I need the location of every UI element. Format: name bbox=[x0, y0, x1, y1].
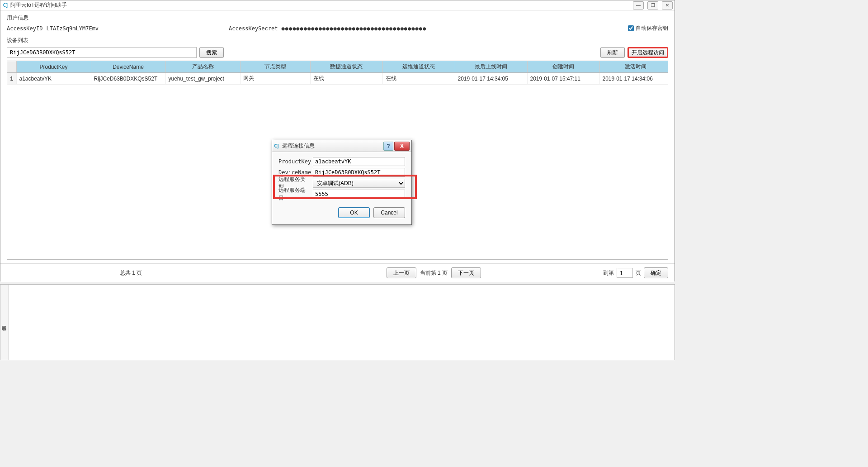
log-gutter-label: 诊断结果日志 bbox=[0, 285, 9, 360]
ok-button[interactable]: OK bbox=[338, 207, 370, 218]
pager-total: 总共 1 页 bbox=[120, 269, 142, 277]
device-toolbar: 搜索 刷新 开启远程访问 bbox=[7, 47, 668, 58]
auto-save-label: 自动保存密钥 bbox=[636, 24, 668, 32]
table-header-row: ProductKey DeviceName 产品名称 节点类型 数据通道状态 运… bbox=[7, 61, 668, 73]
next-page-button[interactable]: 下一页 bbox=[451, 267, 481, 278]
app-icon: C] bbox=[2, 2, 9, 9]
dialog-help-button[interactable]: ? bbox=[383, 142, 393, 151]
main-window: C] 阿里云IoT远程访问助手 — ❐ ✕ 用户信息 AccessKeyID L… bbox=[0, 0, 675, 281]
dlg-servicetype-select[interactable]: 安卓调试(ADB) bbox=[313, 179, 405, 188]
access-key-id-label: AccessKeyID bbox=[7, 25, 42, 32]
header-created[interactable]: 创建时间 bbox=[527, 61, 599, 73]
remote-connect-dialog: C] 远程连接信息 ? X ProductKey DeviceName 远程服务… bbox=[272, 140, 412, 225]
goto-confirm-button[interactable]: 确定 bbox=[644, 267, 668, 278]
cancel-button[interactable]: Cancel bbox=[373, 207, 405, 218]
dialog-title-bar[interactable]: C] 远程连接信息 ? X bbox=[272, 140, 411, 152]
header-datachannel[interactable]: 数据通道状态 bbox=[310, 61, 382, 73]
table-cell: 2019-01-07 15:47:11 bbox=[527, 73, 599, 85]
header-nodetype[interactable]: 节点类型 bbox=[240, 61, 310, 73]
dlg-devicename-input[interactable] bbox=[313, 168, 405, 177]
dialog-title: 远程连接信息 bbox=[282, 142, 383, 150]
user-info-label: 用户信息 bbox=[7, 14, 668, 22]
device-table: ProductKey DeviceName 产品名称 节点类型 数据通道状态 运… bbox=[7, 61, 668, 85]
header-productkey[interactable]: ProductKey bbox=[16, 61, 91, 73]
dialog-close-button[interactable]: X bbox=[394, 142, 410, 151]
refresh-button[interactable]: 刷新 bbox=[600, 47, 625, 58]
maximize-button[interactable]: ❐ bbox=[647, 1, 658, 10]
table-cell: 网关 bbox=[240, 73, 310, 85]
table-cell: 在线 bbox=[382, 73, 455, 85]
row-number: 1 bbox=[7, 73, 16, 85]
access-key-secret-label: AccessKeySecret bbox=[229, 25, 278, 32]
dlg-devicename-label: DeviceName bbox=[278, 169, 310, 176]
goto-suffix: 页 bbox=[636, 269, 641, 277]
search-button[interactable]: 搜索 bbox=[199, 47, 224, 58]
access-key-id-value: LTAIzSq9mLYM7Emv bbox=[46, 25, 99, 32]
close-button[interactable]: ✕ bbox=[662, 1, 673, 10]
pager-current: 当前第 1 页 bbox=[420, 269, 448, 277]
header-activated[interactable]: 激活时间 bbox=[599, 61, 668, 73]
dlg-serviceport-label: 远程服务端口 bbox=[278, 186, 310, 202]
header-devicename[interactable]: DeviceName bbox=[91, 61, 165, 73]
device-list-label: 设备列表 bbox=[7, 37, 668, 44]
title-bar: C] 阿里云IoT远程访问助手 — ❐ ✕ bbox=[0, 0, 675, 10]
prev-page-button[interactable]: 上一页 bbox=[387, 267, 416, 278]
table-cell: a1acbeatvYK bbox=[16, 73, 91, 85]
table-row[interactable]: 1a1acbeatvYKRijJCeD63B0DXKQsS52Tyuehu_te… bbox=[7, 73, 668, 85]
dlg-productkey-input[interactable] bbox=[313, 157, 405, 166]
auto-save-checkbox[interactable] bbox=[628, 25, 634, 31]
search-input[interactable] bbox=[7, 47, 197, 58]
dlg-serviceport-input[interactable] bbox=[313, 190, 405, 199]
open-remote-button[interactable]: 开启远程访问 bbox=[627, 47, 668, 58]
dialog-body: ProductKey DeviceName 远程服务类型 安卓调试(ADB) 远… bbox=[272, 152, 411, 203]
table-cell: 2019-01-17 14:34:05 bbox=[455, 73, 527, 85]
table-cell: RijJCeD63B0DXKQsS52T bbox=[91, 73, 165, 85]
header-lastonline[interactable]: 最后上线时间 bbox=[455, 61, 527, 73]
dialog-buttons: OK Cancel bbox=[272, 203, 411, 224]
auto-save-checkbox-wrap[interactable]: 自动保存密钥 bbox=[628, 24, 668, 32]
goto-prefix: 到第 bbox=[603, 269, 614, 277]
table-cell: 2019-01-17 14:34:06 bbox=[599, 73, 668, 85]
pager: 总共 1 页 上一页 当前第 1 页 下一页 到第 页 确定 bbox=[0, 263, 675, 282]
content-area: 用户信息 AccessKeyID LTAIzSq9mLYM7Emv Access… bbox=[0, 10, 675, 263]
access-key-secret-value: ●●●●●●●●●●●●●●●●●●●●●●●●●●●●●●●●●●●●●●● bbox=[281, 25, 426, 32]
window-title: 阿里云IoT远程访问助手 bbox=[10, 1, 633, 9]
dialog-icon: C] bbox=[274, 143, 280, 149]
table-cell: 在线 bbox=[310, 73, 382, 85]
table-cell: yuehu_test_gw_project bbox=[165, 73, 240, 85]
log-content[interactable] bbox=[9, 285, 675, 360]
user-info-row: AccessKeyID LTAIzSq9mLYM7Emv AccessKeySe… bbox=[7, 24, 668, 32]
minimize-button[interactable]: — bbox=[633, 1, 644, 10]
header-rownum bbox=[7, 61, 16, 73]
window-controls: — ❐ ✕ bbox=[633, 1, 673, 10]
header-productname[interactable]: 产品名称 bbox=[165, 61, 240, 73]
dlg-productkey-label: ProductKey bbox=[278, 158, 310, 165]
log-panel: 诊断结果日志 bbox=[0, 284, 675, 360]
header-opschannel[interactable]: 运维通道状态 bbox=[382, 61, 455, 73]
goto-page-input[interactable] bbox=[617, 268, 633, 278]
